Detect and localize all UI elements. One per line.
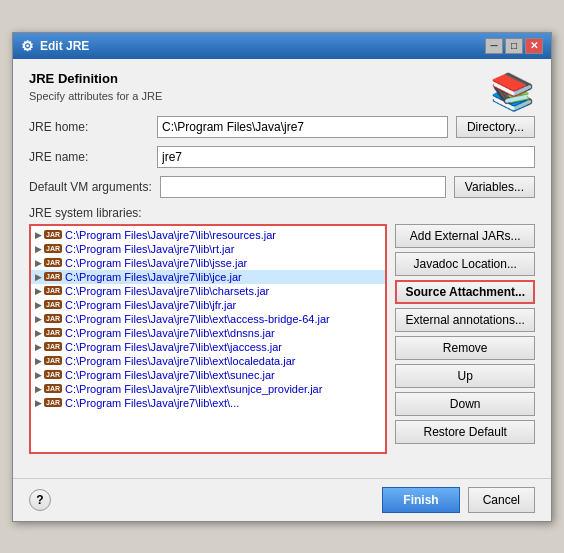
lib-path: C:\Program Files\Java\jre7\lib\ext\sunjc… <box>65 383 322 395</box>
jar-icon: JAR <box>44 244 62 253</box>
lib-path: C:\Program Files\Java\jre7\lib\resources… <box>65 229 276 241</box>
lib-path: C:\Program Files\Java\jre7\lib\jce.jar <box>65 271 242 283</box>
lib-path: C:\Program Files\Java\jre7\lib\jfr.jar <box>65 299 236 311</box>
libraries-list: ▶JARC:\Program Files\Java\jre7\lib\resou… <box>31 226 385 412</box>
minimize-button[interactable]: ─ <box>485 38 503 54</box>
jre-home-row: JRE home: Directory... <box>29 116 535 138</box>
footer-bar: ? Finish Cancel <box>13 478 551 521</box>
jar-icon: JAR <box>44 314 62 323</box>
list-item[interactable]: ▶JARC:\Program Files\Java\jre7\lib\chars… <box>31 284 385 298</box>
help-button[interactable]: ? <box>29 489 51 511</box>
directory-button[interactable]: Directory... <box>456 116 535 138</box>
expand-arrow-icon[interactable]: ▶ <box>35 230 42 240</box>
libraries-area: ▶JARC:\Program Files\Java\jre7\lib\resou… <box>29 224 535 454</box>
lib-path: C:\Program Files\Java\jre7\lib\charsets.… <box>65 285 269 297</box>
jre-name-label: JRE name: <box>29 150 149 164</box>
list-item[interactable]: ▶JARC:\Program Files\Java\jre7\lib\ext\a… <box>31 312 385 326</box>
list-item[interactable]: ▶JARC:\Program Files\Java\jre7\lib\ext\l… <box>31 354 385 368</box>
jre-home-input[interactable] <box>157 116 448 138</box>
lib-path: C:\Program Files\Java\jre7\lib\ext\sunec… <box>65 369 275 381</box>
list-item[interactable]: ▶JARC:\Program Files\Java\jre7\lib\jce.j… <box>31 270 385 284</box>
expand-arrow-icon[interactable]: ▶ <box>35 286 42 296</box>
title-controls: ─ □ ✕ <box>485 38 543 54</box>
section-title: JRE Definition <box>29 71 535 86</box>
javadoc-location-button[interactable]: Javadoc Location... <box>395 252 535 276</box>
dialog-content: JRE Definition Specify attributes for a … <box>13 59 551 478</box>
expand-arrow-icon[interactable]: ▶ <box>35 244 42 254</box>
expand-arrow-icon[interactable]: ▶ <box>35 258 42 268</box>
lib-path: C:\Program Files\Java\jre7\lib\ext\... <box>65 397 239 409</box>
footer-buttons: Finish Cancel <box>382 487 535 513</box>
lib-path: C:\Program Files\Java\jre7\lib\rt.jar <box>65 243 234 255</box>
close-button[interactable]: ✕ <box>525 38 543 54</box>
section-subtitle: Specify attributes for a JRE <box>29 90 535 102</box>
libraries-label: JRE system libraries: <box>29 206 535 220</box>
title-bar: ⚙ Edit JRE ─ □ ✕ <box>13 33 551 59</box>
maximize-button[interactable]: □ <box>505 38 523 54</box>
expand-arrow-icon[interactable]: ▶ <box>35 342 42 352</box>
restore-default-button[interactable]: Restore Default <box>395 420 535 444</box>
lib-path: C:\Program Files\Java\jre7\lib\ext\jacce… <box>65 341 282 353</box>
variables-button[interactable]: Variables... <box>454 176 535 198</box>
action-buttons-column: Add External JARs... Javadoc Location...… <box>395 224 535 454</box>
expand-arrow-icon[interactable]: ▶ <box>35 370 42 380</box>
jar-icon: JAR <box>44 356 62 365</box>
vm-args-row: Default VM arguments: Variables... <box>29 176 535 198</box>
add-external-jars-button[interactable]: Add External JARs... <box>395 224 535 248</box>
expand-arrow-icon[interactable]: ▶ <box>35 300 42 310</box>
expand-arrow-icon[interactable]: ▶ <box>35 384 42 394</box>
finish-button[interactable]: Finish <box>382 487 459 513</box>
expand-arrow-icon[interactable]: ▶ <box>35 328 42 338</box>
header-area: JRE Definition Specify attributes for a … <box>29 71 535 102</box>
list-item[interactable]: ▶JARC:\Program Files\Java\jre7\lib\ext\s… <box>31 382 385 396</box>
libraries-list-container[interactable]: ▶JARC:\Program Files\Java\jre7\lib\resou… <box>29 224 387 454</box>
up-button[interactable]: Up <box>395 364 535 388</box>
jre-home-label: JRE home: <box>29 120 149 134</box>
lib-path: C:\Program Files\Java\jre7\lib\ext\acces… <box>65 313 330 325</box>
expand-arrow-icon[interactable]: ▶ <box>35 272 42 282</box>
external-annotations-button[interactable]: External annotations... <box>395 308 535 332</box>
vm-args-label: Default VM arguments: <box>29 180 152 194</box>
window-title: Edit JRE <box>40 39 89 53</box>
jar-icon: JAR <box>44 286 62 295</box>
list-item[interactable]: ▶JARC:\Program Files\Java\jre7\lib\resou… <box>31 228 385 242</box>
lib-path: C:\Program Files\Java\jre7\lib\jsse.jar <box>65 257 247 269</box>
list-item[interactable]: ▶JARC:\Program Files\Java\jre7\lib\ext\s… <box>31 368 385 382</box>
jar-icon: JAR <box>44 342 62 351</box>
jar-icon: JAR <box>44 370 62 379</box>
title-bar-left: ⚙ Edit JRE <box>21 38 89 54</box>
books-icon: 📚 <box>490 71 535 113</box>
window-icon: ⚙ <box>21 38 34 54</box>
lib-path: C:\Program Files\Java\jre7\lib\ext\local… <box>65 355 295 367</box>
expand-arrow-icon[interactable]: ▶ <box>35 356 42 366</box>
source-attachment-button[interactable]: Source Attachment... <box>395 280 535 304</box>
jar-icon: JAR <box>44 328 62 337</box>
list-item[interactable]: ▶JARC:\Program Files\Java\jre7\lib\rt.ja… <box>31 242 385 256</box>
list-item[interactable]: ▶JARC:\Program Files\Java\jre7\lib\ext\.… <box>31 396 385 410</box>
edit-jre-dialog: ⚙ Edit JRE ─ □ ✕ JRE Definition Specify … <box>12 32 552 522</box>
list-item[interactable]: ▶JARC:\Program Files\Java\jre7\lib\jsse.… <box>31 256 385 270</box>
lib-path: C:\Program Files\Java\jre7\lib\ext\dnsns… <box>65 327 275 339</box>
jar-icon: JAR <box>44 384 62 393</box>
jre-name-input[interactable] <box>157 146 535 168</box>
jar-icon: JAR <box>44 230 62 239</box>
jar-icon: JAR <box>44 272 62 281</box>
expand-arrow-icon[interactable]: ▶ <box>35 314 42 324</box>
list-item[interactable]: ▶JARC:\Program Files\Java\jre7\lib\ext\d… <box>31 326 385 340</box>
list-item[interactable]: ▶JARC:\Program Files\Java\jre7\lib\jfr.j… <box>31 298 385 312</box>
jar-icon: JAR <box>44 398 62 407</box>
vm-args-input[interactable] <box>160 176 446 198</box>
down-button[interactable]: Down <box>395 392 535 416</box>
jre-name-row: JRE name: <box>29 146 535 168</box>
remove-button[interactable]: Remove <box>395 336 535 360</box>
jar-icon: JAR <box>44 258 62 267</box>
list-item[interactable]: ▶JARC:\Program Files\Java\jre7\lib\ext\j… <box>31 340 385 354</box>
jar-icon: JAR <box>44 300 62 309</box>
cancel-button[interactable]: Cancel <box>468 487 535 513</box>
expand-arrow-icon[interactable]: ▶ <box>35 398 42 408</box>
